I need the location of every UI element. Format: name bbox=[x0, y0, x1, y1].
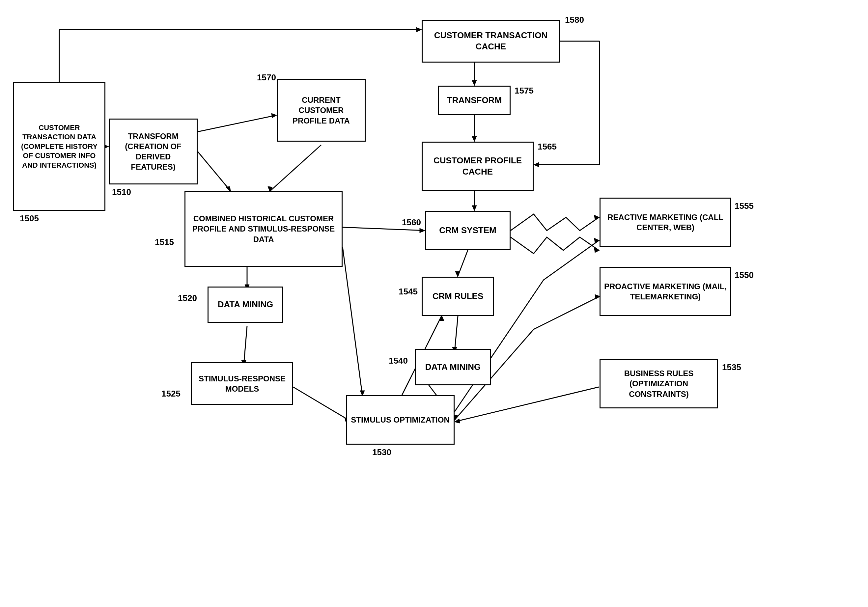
proactive-marketing-box: PROACTIVE MARKETING (MAIL, TELEMARKETING… bbox=[600, 267, 731, 316]
svg-line-12 bbox=[270, 145, 321, 191]
ref-1515: 1515 bbox=[155, 237, 174, 247]
transform-derived-box: TRANSFORM (CREATION OF DERIVED FEATURES) bbox=[109, 119, 198, 184]
svg-marker-37 bbox=[454, 419, 460, 423]
svg-marker-44 bbox=[534, 163, 539, 167]
customer-transaction-data-box: CUSTOMER TRANSACTION DATA (COMPLETE HIST… bbox=[13, 82, 105, 211]
ref-1565: 1565 bbox=[538, 142, 557, 152]
ref-1530: 1530 bbox=[372, 447, 391, 457]
svg-line-22 bbox=[454, 316, 458, 352]
reactive-marketing-box: REACTIVE MARKETING (CALL CENTER, WEB) bbox=[600, 198, 731, 247]
ref-1550: 1550 bbox=[735, 270, 754, 280]
customer-profile-cache-box: CUSTOMER PROFILE CACHE bbox=[422, 142, 534, 191]
ref-1520: 1520 bbox=[178, 293, 197, 304]
svg-marker-21 bbox=[455, 271, 460, 277]
svg-line-28 bbox=[293, 387, 349, 420]
svg-marker-40 bbox=[416, 27, 422, 32]
stimulus-response-models-box: STIMULUS-RESPONSE MODELS bbox=[191, 362, 293, 405]
data-mining-right-box: DATA MINING bbox=[415, 349, 491, 386]
svg-marker-33 bbox=[594, 248, 600, 252]
svg-line-20 bbox=[458, 250, 468, 276]
svg-marker-32 bbox=[594, 215, 600, 220]
transform-top-box: TRANSFORM bbox=[438, 86, 511, 115]
svg-marker-17 bbox=[420, 228, 425, 233]
ref-1560: 1560 bbox=[402, 217, 421, 228]
svg-marker-31 bbox=[439, 316, 444, 321]
combined-historical-box: COMBINED HISTORICAL CUSTOMER PROFILE AND… bbox=[184, 191, 343, 267]
svg-line-10 bbox=[198, 115, 276, 132]
svg-line-26 bbox=[244, 326, 247, 365]
crm-rules-box: CRM RULES bbox=[422, 277, 494, 316]
crm-system-box: CRM SYSTEM bbox=[425, 211, 511, 250]
diagram: CUSTOMER TRANSACTION CACHE 1580 TRANSFOR… bbox=[0, 0, 868, 607]
ref-1525: 1525 bbox=[161, 389, 180, 399]
svg-marker-11 bbox=[271, 113, 277, 118]
business-rules-box: BUSINESS RULES (OPTIMIZATION CONSTRAINTS… bbox=[600, 359, 718, 409]
svg-marker-35 bbox=[594, 238, 600, 243]
stimulus-optimization-box: STIMULUS OPTIMIZATION bbox=[346, 395, 454, 444]
current-customer-profile-box: CURRENT CUSTOMER PROFILE DATA bbox=[277, 79, 366, 142]
data-mining-left-box: DATA MINING bbox=[208, 286, 283, 323]
svg-marker-1 bbox=[472, 81, 477, 86]
ref-1505: 1505 bbox=[20, 214, 39, 224]
svg-marker-3 bbox=[472, 136, 477, 142]
ref-1570: 1570 bbox=[257, 73, 276, 83]
ref-1580: 1580 bbox=[565, 15, 584, 25]
svg-marker-5 bbox=[472, 206, 477, 211]
ref-1510: 1510 bbox=[112, 187, 131, 197]
svg-line-36 bbox=[455, 387, 599, 421]
svg-line-18 bbox=[343, 247, 362, 395]
customer-transaction-cache-box: CUSTOMER TRANSACTION CACHE bbox=[422, 20, 560, 63]
svg-line-16 bbox=[343, 227, 424, 231]
ref-1540: 1540 bbox=[389, 356, 408, 366]
ref-1545: 1545 bbox=[398, 286, 418, 297]
ref-1535: 1535 bbox=[722, 362, 741, 373]
svg-line-8 bbox=[198, 152, 231, 191]
ref-1555: 1555 bbox=[735, 201, 754, 211]
ref-1575: 1575 bbox=[515, 86, 534, 96]
